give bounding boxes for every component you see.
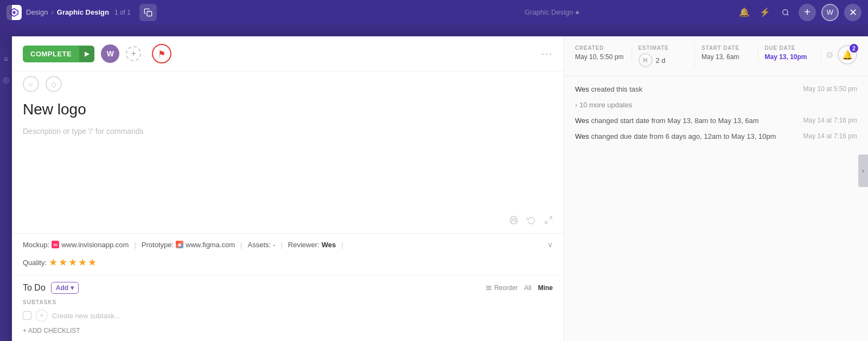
star-5: ★ — [88, 256, 97, 268]
app-bar-left: Design › Graphic Design 1 of 1 — [7, 4, 367, 21]
task-meta-icons: ○ ◇ — [12, 72, 564, 96]
assignee-avatar[interactable]: W — [101, 44, 119, 63]
status-icon[interactable]: ○ — [23, 76, 39, 92]
start-label: START DATE — [701, 45, 751, 51]
mockup-link[interactable]: www.invisionapp.com — [61, 241, 129, 249]
left-panel: ≡ ◎ — [0, 0, 12, 341]
new-subtask-input[interactable]: Create new subtask... — [52, 312, 120, 320]
activity-item-0: Wes created this task May 10 at 5:50 pm — [575, 85, 857, 93]
quality-stars: ★ ★ ★ ★ ★ — [49, 256, 97, 268]
filter-all-button[interactable]: All — [524, 284, 531, 292]
add-button[interactable]: + — [799, 4, 816, 21]
expand-updates-button[interactable]: › 10 more updates — [575, 101, 857, 109]
right-expand-arrow[interactable]: › — [858, 155, 868, 187]
activity-item-3: Wes changed due date from 6 days ago, 12… — [575, 132, 857, 140]
meta-header: CREATED May 10, 5:50 pm ESTIMATE H 2 d S… — [564, 36, 868, 76]
notification-badge: 2 — [850, 44, 858, 53]
close-button[interactable]: ✕ — [844, 4, 861, 21]
figma-icon: ◆ — [176, 241, 183, 248]
task-title-text[interactable]: New logo — [23, 101, 553, 118]
copy-button[interactable] — [139, 4, 157, 21]
flag-button[interactable]: ⚑ — [152, 44, 171, 63]
search-icon[interactable] — [778, 5, 793, 20]
app-bar-center: Graphic Design ● — [372, 8, 732, 16]
settings-icon[interactable]: ⚙ — [826, 50, 833, 60]
notification-icon[interactable]: 🔔 — [737, 5, 752, 20]
activity-item-2: Wes changed start date from May 13, 8am … — [575, 117, 857, 125]
due-label: DUE DATE — [765, 45, 815, 51]
action-bar: COMPLETE ▶ W + ⚑ ··· — [12, 36, 564, 72]
assets-value: - — [273, 241, 275, 249]
add-assignee-button[interactable]: + — [126, 46, 141, 61]
activity-actor-3: Wes — [575, 132, 589, 140]
sep4: | — [341, 241, 343, 249]
task-title-breadcrumb: Graphic Design — [57, 8, 109, 16]
estimate-icon[interactable]: H — [639, 53, 653, 67]
todo-section: To Do Add ▾ Reorder All Mine SUBTAS — [12, 275, 564, 341]
subtask-checkbox[interactable] — [23, 311, 31, 320]
app-bar: Design › Graphic Design 1 of 1 Graphic D… — [0, 0, 868, 24]
due-value: May 13, 10pm — [765, 53, 815, 61]
history-icon[interactable] — [527, 216, 535, 227]
reorder-button[interactable]: Reorder — [486, 284, 518, 292]
reorder-label: Reorder — [494, 284, 518, 292]
activity-feed: Wes created this task May 10 at 5:50 pm … — [564, 76, 868, 341]
todo-title: To Do — [23, 283, 46, 293]
star-3: ★ — [68, 256, 77, 268]
svg-line-5 — [549, 217, 552, 220]
task-modal: COMPLETE ▶ W + ⚑ ··· ○ ◇ New logo Descri… — [12, 36, 868, 341]
new-subtask-row: + Create new subtask... — [23, 310, 553, 321]
add-dropdown-button[interactable]: Add ▾ — [51, 282, 79, 294]
complete-button[interactable]: COMPLETE ▶ — [23, 46, 94, 62]
content-area — [12, 170, 564, 233]
estimate-value: 2 d — [656, 56, 666, 65]
reviewer-value: Wes — [322, 241, 336, 249]
subtask-avatar[interactable]: + — [36, 310, 48, 321]
add-checklist-button[interactable]: + ADD CHECKLIST — [23, 327, 553, 334]
print-icon[interactable] — [509, 216, 518, 227]
activity-time-3: May 14 at 7:16 pm — [803, 132, 857, 140]
complete-button-arrow: ▶ — [79, 46, 94, 62]
add-label: Add — [56, 284, 68, 292]
activity-time-2: May 14 at 7:16 pm — [803, 117, 857, 124]
start-value: May 13, 6am — [701, 53, 751, 61]
activity-text-2: Wes changed start date from May 13, 8am … — [575, 117, 797, 125]
activity-time-0: May 10 at 5:50 pm — [803, 85, 857, 93]
content-action-icons — [509, 216, 553, 227]
description-area[interactable]: Description or type '/' for commands — [12, 127, 564, 170]
modal-left: COMPLETE ▶ W + ⚑ ··· ○ ◇ New logo Descri… — [12, 36, 564, 341]
invision-icon: in — [52, 241, 59, 248]
left-panel-icon-1[interactable]: ≡ — [1, 54, 11, 64]
activity-icon[interactable]: ⚡ — [757, 5, 773, 20]
notification-button[interactable]: 🔔 2 — [838, 45, 857, 65]
estimate-block: H 2 d — [639, 53, 688, 67]
app-bar-right: 🔔 ⚡ + W ✕ — [737, 4, 861, 21]
meta-estimate: ESTIMATE H 2 d — [632, 45, 695, 67]
activity-text-0: Wes created this task — [575, 85, 797, 93]
tag-icon[interactable]: ◇ — [46, 76, 62, 92]
meta-start: START DATE May 13, 6am — [695, 45, 758, 61]
prototype-link[interactable]: www.figma.com — [186, 241, 235, 249]
activity-actor-2: Wes — [575, 117, 589, 125]
todo-right-actions: Reorder All Mine — [486, 284, 553, 292]
links-chevron[interactable]: ∨ — [547, 240, 553, 249]
expand-icon[interactable] — [544, 216, 553, 227]
more-options-button[interactable]: ··· — [541, 48, 553, 60]
breadcrumb-sep: › — [51, 8, 53, 16]
activity-detail-3: changed due date from 6 days ago, 12am t… — [591, 132, 776, 140]
svg-point-1 — [12, 11, 15, 14]
activity-text-3: Wes changed due date from 6 days ago, 12… — [575, 132, 797, 140]
left-panel-icon-2[interactable]: ◎ — [1, 75, 11, 85]
expand-text: › 10 more updates — [575, 101, 633, 109]
star-1: ★ — [49, 256, 58, 268]
activity-detail-2: changed start date from May 13, 8am to M… — [591, 117, 758, 125]
links-bar: Mockup: in www.invisionapp.com | Prototy… — [12, 233, 564, 275]
task-title-section: New logo — [12, 96, 564, 127]
svg-rect-4 — [512, 221, 516, 223]
user-avatar-header[interactable]: W — [821, 4, 839, 21]
created-value: May 10, 5:50 pm — [575, 53, 625, 61]
filter-mine-button[interactable]: Mine — [538, 284, 553, 292]
reviewer-label: Reviewer: — [288, 241, 320, 249]
nav-label[interactable]: Design — [26, 8, 48, 16]
star-2: ★ — [59, 256, 67, 268]
